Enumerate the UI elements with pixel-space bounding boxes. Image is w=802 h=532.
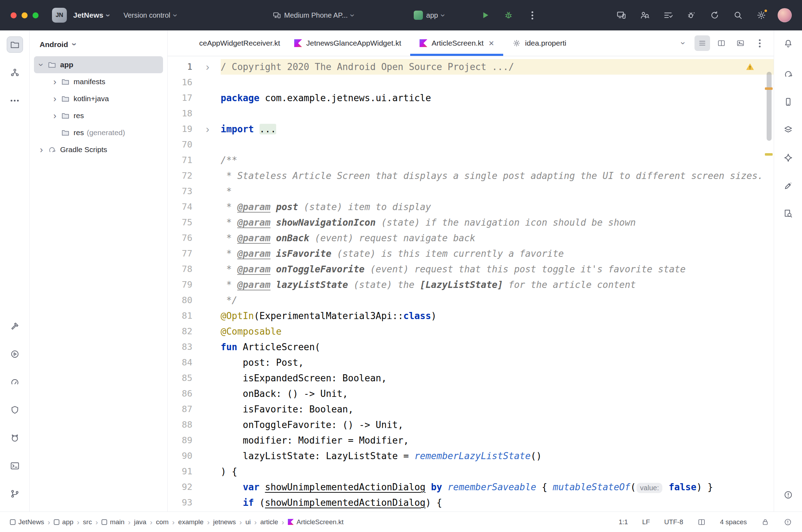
code-line[interactable]: 72 * Stateless Article Screen that displ… — [168, 168, 774, 184]
line-number[interactable]: 75 — [168, 215, 192, 230]
editor-options-button[interactable] — [752, 35, 767, 51]
line-number[interactable]: 1 — [168, 59, 192, 75]
user-profile-button[interactable] — [777, 8, 792, 23]
code-line[interactable]: 85 isExpandedScreen: Boolean, — [168, 370, 774, 386]
code-line[interactable]: 92 var showUnimplementedActionDialog by … — [168, 479, 774, 495]
line-number[interactable]: 90 — [168, 448, 192, 464]
line-number[interactable]: 80 — [168, 293, 192, 308]
device-selector[interactable]: Medium Phone AP... — [269, 8, 358, 23]
code-line[interactable]: 76 * @param onBack (event) request navig… — [168, 230, 774, 246]
close-window-button[interactable] — [11, 12, 17, 18]
zoom-window-button[interactable] — [33, 12, 39, 18]
code-line[interactable]: 87 isFavorite: Boolean, — [168, 401, 774, 417]
hidden-tabs-button[interactable] — [675, 35, 691, 51]
tree-item-manifests[interactable]: manifests — [34, 73, 163, 90]
line-number[interactable]: 87 — [168, 401, 192, 417]
tree-item-res-generated[interactable]: res (generated) — [34, 124, 163, 141]
tree-item-app[interactable]: app — [34, 56, 163, 73]
code-line[interactable]: 81@OptIn(ExperimentalMaterial3Api::class… — [168, 308, 774, 324]
editor-columns-widget[interactable] — [697, 518, 706, 526]
project-tool-button[interactable] — [7, 36, 23, 53]
editor-scrollbar[interactable] — [767, 72, 772, 141]
code-line[interactable]: 83fun ArticleScreen( — [168, 339, 774, 355]
line-number[interactable]: 84 — [168, 355, 192, 370]
line-number[interactable]: 92 — [168, 479, 192, 495]
chevron-right-icon[interactable] — [51, 111, 59, 121]
caret-position-widget[interactable]: 1:1 — [619, 518, 628, 526]
code-line[interactable]: 86 onBack: () -> Unit, — [168, 386, 774, 401]
code-line[interactable]: 71/** — [168, 152, 774, 168]
gemini-button[interactable] — [780, 150, 796, 166]
breadcrumb-item[interactable]: example — [178, 518, 204, 526]
breadcrumb-item[interactable]: com — [156, 518, 169, 526]
code-line[interactable]: 19import ... — [168, 121, 774, 137]
run-tool-button[interactable] — [7, 346, 23, 362]
more-tool-windows-button[interactable] — [7, 92, 23, 109]
line-number[interactable]: 77 — [168, 246, 192, 261]
code-line[interactable]: 70 — [168, 137, 774, 152]
vcs-widget[interactable]: Version control — [120, 8, 180, 23]
problems-tool-button[interactable] — [780, 487, 796, 503]
chevron-right-icon[interactable] — [37, 145, 45, 155]
preview-button[interactable] — [733, 35, 748, 51]
line-number[interactable]: 89 — [168, 433, 192, 448]
run-configuration-selector[interactable]: app — [410, 8, 447, 23]
tab-article-screen[interactable]: ArticleScreen.kt — [410, 30, 503, 56]
agent-button[interactable] — [780, 178, 796, 194]
code-with-me-button[interactable] — [637, 8, 652, 23]
line-number[interactable]: 86 — [168, 386, 192, 401]
line-number[interactable]: 76 — [168, 230, 192, 246]
code-editor[interactable]: 1/ Copyright 2020 The Android Open Sourc… — [168, 56, 774, 511]
inspections-widget[interactable] — [784, 518, 792, 526]
code-line[interactable]: 90 lazyListState: LazyListState = rememb… — [168, 448, 774, 464]
code-line[interactable]: 16 — [168, 75, 774, 90]
device-manager-button[interactable] — [780, 94, 796, 110]
version-control-tool-button[interactable] — [7, 486, 23, 502]
line-number[interactable]: 85 — [168, 370, 192, 386]
line-number[interactable]: 81 — [168, 308, 192, 324]
chevron-right-icon[interactable] — [51, 94, 59, 104]
breadcrumb-item[interactable]: ArticleScreen.kt — [288, 518, 344, 526]
code-line[interactable]: 91) { — [168, 464, 774, 479]
line-number[interactable]: 70 — [168, 137, 192, 152]
line-number[interactable]: 73 — [168, 184, 192, 199]
more-run-actions-button[interactable] — [525, 7, 540, 23]
code-line[interactable]: 88 onToggleFavorite: () -> Unit, — [168, 417, 774, 433]
code-line[interactable]: 73 * — [168, 184, 774, 199]
ai-debug-button[interactable] — [684, 8, 699, 23]
structure-tool-button[interactable] — [7, 64, 23, 81]
app-quality-insights-button[interactable] — [7, 402, 23, 418]
code-line[interactable]: 74 * @param post (state) item to display — [168, 199, 774, 215]
line-number[interactable]: 72 — [168, 168, 192, 184]
notifications-button[interactable] — [780, 35, 796, 52]
task-list-button[interactable] — [661, 8, 675, 23]
tab-jetnews-glance-app-widget[interactable]: JetnewsGlanceAppWidget.kt — [285, 30, 410, 56]
editor-list-view-button[interactable] — [695, 35, 710, 51]
chevron-right-icon[interactable] — [51, 77, 59, 87]
run-button[interactable] — [477, 7, 493, 23]
line-number[interactable]: 71 — [168, 152, 192, 168]
profiler-tool-button[interactable] — [7, 374, 23, 390]
tree-item-gradle-scripts[interactable]: Gradle Scripts — [34, 141, 163, 158]
breadcrumb-item[interactable]: article — [260, 518, 278, 526]
indent-widget[interactable]: 4 spaces — [720, 518, 747, 526]
line-number[interactable]: 93 — [168, 495, 192, 510]
readonly-toggle-widget[interactable] — [761, 518, 769, 526]
gradle-tool-button[interactable] — [780, 66, 796, 82]
code-line[interactable]: 80 */ — [168, 293, 774, 308]
line-separator-widget[interactable]: LF — [642, 518, 650, 526]
search-everywhere-button[interactable] — [731, 8, 745, 23]
code-line[interactable]: 1/ Copyright 2020 The Android Open Sourc… — [168, 59, 774, 75]
error-stripe-warning-mark[interactable] — [765, 87, 773, 90]
tree-item-kotlin-java[interactable]: kotlin+java — [34, 90, 163, 107]
build-tool-button[interactable] — [7, 318, 23, 334]
close-tab-icon[interactable] — [489, 39, 494, 48]
project-view-selector[interactable]: Android — [30, 30, 167, 56]
tab-idea-properties[interactable]: idea.properti — [503, 30, 576, 56]
code-line[interactable]: 79 * @param lazyListState (state) the [L… — [168, 277, 774, 293]
tree-item-res[interactable]: res — [34, 107, 163, 124]
line-number[interactable]: 88 — [168, 417, 192, 433]
fold-arrow-icon[interactable] — [192, 121, 221, 137]
logcat-tool-button[interactable] — [7, 430, 23, 446]
code-line[interactable]: 84 post: Post, — [168, 355, 774, 370]
